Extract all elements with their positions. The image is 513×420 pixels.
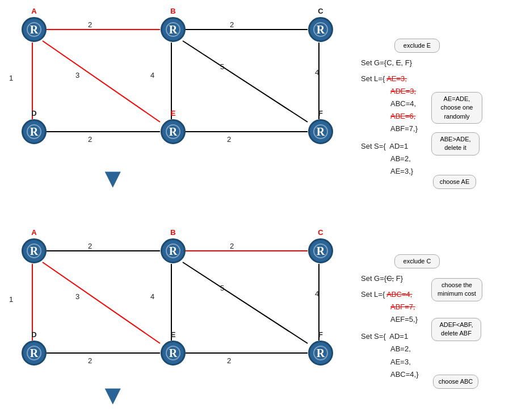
svg-line-5 <box>43 41 160 122</box>
arrow-down-1: ▼ <box>99 165 127 192</box>
node-E-top: E R <box>159 119 187 144</box>
arrow-down-2: ▼ <box>99 381 127 409</box>
bottom-setS-header: Set S={ AD=1 <box>361 330 419 343</box>
edge-AD-top: 1 <box>9 74 13 82</box>
bubble-choose-minimum: choose theminimum cost <box>431 278 482 301</box>
bottom-setS-abc: ABC=4,} <box>361 368 419 381</box>
top-setG: Set G={C, E, F} <box>361 57 418 69</box>
node-C-bottom: C R <box>306 238 335 263</box>
label-E-bottom: E <box>171 330 176 339</box>
edge-AD-bottom: 1 <box>9 295 13 304</box>
bubble-choose-ae: choose AE <box>433 175 476 189</box>
top-setS-ae: AE=3,} <box>361 165 418 178</box>
edge-AE-top: 3 <box>75 71 79 79</box>
edge-CF-top: 4 <box>315 68 319 77</box>
label-A-top: A <box>31 7 36 15</box>
bottom-setL-abf: ABF=7, <box>361 301 419 313</box>
edge-AE-bottom: 3 <box>75 292 79 301</box>
edge-AB-top: 2 <box>88 20 92 29</box>
svg-line-7 <box>183 41 308 122</box>
bottom-info-panel: Set G={C, F} Set L={ ABC=4, ABF=7, AEF=5… <box>361 272 419 381</box>
bottom-setS-ab: AB=2, <box>361 343 419 355</box>
bubble-adef-abf: ADEF<ABF,delete ABF <box>431 318 481 341</box>
bottom-setL-header: Set L={ ABC=4, <box>361 288 419 301</box>
top-setL-header: Set L={ AE=3, <box>361 73 418 85</box>
top-info-panel: Set G={C, E, F} Set L={ AE=3, ADE=3, ABC… <box>361 57 418 178</box>
edge-BF-bottom: 5 <box>220 284 224 292</box>
top-setL-abe: ABE=6, <box>361 110 418 123</box>
node-C-top: C R <box>306 17 335 42</box>
node-B-top: B R <box>159 17 187 42</box>
top-setS-ab: AB=2, <box>361 153 418 165</box>
edge-EF-bottom: 2 <box>227 356 231 365</box>
bottom-setG: Set G={C, F} <box>361 272 419 285</box>
node-A-bottom: A R <box>20 238 48 263</box>
label-C-top: C <box>318 7 323 15</box>
label-B-top: B <box>170 7 175 15</box>
bottom-setL-aef: AEF=5,} <box>361 313 419 326</box>
bubble-exclude-E: exclude E <box>394 39 440 53</box>
top-setL-abf: ABF=7,} <box>361 123 418 135</box>
node-B-bottom: B R <box>159 238 187 263</box>
node-E-bottom: E R <box>159 341 187 366</box>
bubble-ae-ade: AE=ADE,choose onerandomly <box>431 92 482 124</box>
top-setL-abc: ABC=4, <box>361 98 418 110</box>
svg-line-16 <box>183 262 308 343</box>
bubble-choose-abc: choose ABC <box>433 375 478 389</box>
label-F-top: F <box>318 109 323 117</box>
edge-BE-top: 4 <box>150 71 154 79</box>
top-setS-header: Set S={ AD=1 <box>361 140 418 153</box>
edge-DE-top: 2 <box>88 135 92 144</box>
edge-BC-bottom: 2 <box>230 242 234 250</box>
edge-BF-top: 5 <box>220 62 224 71</box>
label-C-bottom: C <box>318 228 323 237</box>
label-A-bottom: A <box>31 228 36 237</box>
bubble-abe-ade: ABE>ADE,delete it <box>431 132 480 156</box>
bubble-exclude-C: exclude C <box>394 254 440 268</box>
edge-BE-bottom: 4 <box>150 292 154 301</box>
node-D-top: D R <box>20 119 48 144</box>
edge-BC-top: 2 <box>230 20 234 29</box>
edge-AB-bottom: 2 <box>88 242 92 250</box>
label-B-bottom: B <box>170 228 175 237</box>
edge-CF-bottom: 4 <box>315 289 319 298</box>
node-F-bottom: F R <box>306 341 335 366</box>
edge-EF-top: 2 <box>227 135 231 144</box>
node-F-top: F R <box>306 119 335 144</box>
svg-line-14 <box>43 262 160 343</box>
top-setL-ade: ADE=3, <box>361 85 418 98</box>
label-D-bottom: D <box>31 330 36 339</box>
bottom-setS-ae: AE=3, <box>361 356 419 368</box>
label-D-top: D <box>31 109 36 117</box>
label-E-top: E <box>171 109 176 117</box>
node-D-bottom: D R <box>20 341 48 366</box>
label-F-bottom: F <box>318 330 323 339</box>
edge-DE-bottom: 2 <box>88 356 92 365</box>
node-A-top: A R <box>20 17 48 42</box>
